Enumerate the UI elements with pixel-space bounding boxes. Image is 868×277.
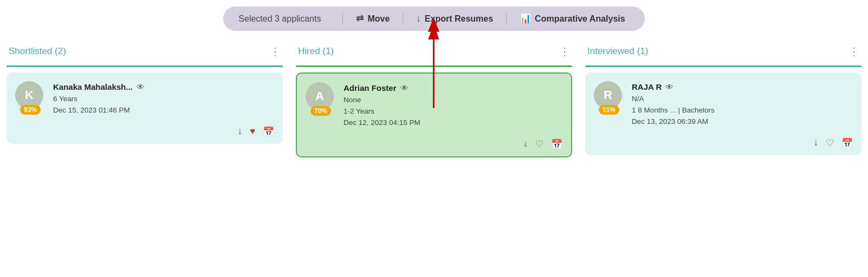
move-label: Move bbox=[367, 14, 390, 24]
card-detail-adrian: None 1-2 Years Dec 12, 2023 04:15 PM bbox=[344, 95, 562, 129]
column-line-interviewed bbox=[585, 65, 861, 67]
card-name-row-raja: RAJA R 👁 bbox=[632, 82, 853, 91]
column-title-shortlisted: Shortlisted (2) bbox=[9, 46, 66, 57]
favorite-icon-raja[interactable]: ♡ bbox=[826, 137, 834, 149]
column-menu-icon-hired[interactable]: ⋮ bbox=[559, 45, 570, 58]
export-resumes-button[interactable]: ↓ Export Resumes bbox=[412, 12, 497, 25]
column-hired: Hired (1) ⋮ A 70% Adrian Foster bbox=[289, 39, 579, 163]
avatar-wrap-adrian: A 70% bbox=[306, 82, 336, 110]
move-icon: ⇄ bbox=[356, 13, 364, 24]
analysis-label: Comparative Analysis bbox=[535, 14, 625, 24]
schedule-icon-adrian[interactable]: 📅 bbox=[551, 138, 562, 150]
card-kanaka: K 93% Kanaka Mahalaksh... 👁 6 Years Dec … bbox=[7, 72, 283, 144]
card-info-adrian: Adrian Foster 👁 None 1-2 Years Dec 12, 2… bbox=[344, 82, 562, 129]
card-name-row-kanaka: Kanaka Mahalaksh... 👁 bbox=[53, 82, 274, 91]
card-info-kanaka: Kanaka Mahalaksh... 👁 6 Years Dec 15, 20… bbox=[53, 81, 274, 116]
toolbar-divider-1 bbox=[342, 13, 343, 25]
column-header-hired: Hired (1) ⋮ bbox=[296, 39, 572, 63]
view-profile-icon-adrian[interactable]: 👁 bbox=[400, 83, 409, 93]
schedule-icon-raja[interactable]: 📅 bbox=[841, 137, 853, 149]
column-header-interviewed: Interviewed (1) ⋮ bbox=[585, 39, 861, 63]
view-profile-icon-kanaka[interactable]: 👁 bbox=[137, 82, 145, 91]
chart-icon: 📊 bbox=[520, 13, 531, 24]
move-button[interactable]: ⇄ Move bbox=[352, 12, 394, 25]
score-badge-raja: 51% bbox=[599, 105, 619, 115]
card-detail-raja: N/A 1 8 Months ... | Bachelors Dec 13, 2… bbox=[632, 94, 853, 128]
favorite-icon-kanaka[interactable]: ♥ bbox=[250, 126, 255, 137]
toolbar: Selected 3 applicants ⇄ Move ↓ Export Re… bbox=[223, 6, 644, 31]
column-header-shortlisted: Shortlisted (2) ⋮ bbox=[7, 39, 283, 63]
download-resume-icon-adrian[interactable]: ↓ bbox=[523, 138, 528, 150]
export-label: Export Resumes bbox=[425, 14, 493, 24]
column-interviewed: Interviewed (1) ⋮ R 51% RAJA R bbox=[579, 39, 868, 163]
card-actions-kanaka: ↓ ♥ 📅 bbox=[15, 122, 274, 137]
comparative-analysis-button[interactable]: 📊 Comparative Analysis bbox=[515, 12, 630, 25]
column-line-shortlisted bbox=[7, 65, 283, 67]
card-top-adrian: A 70% Adrian Foster 👁 None 1-2 Years Dec… bbox=[306, 82, 562, 129]
column-title-interviewed: Interviewed (1) bbox=[587, 46, 648, 57]
favorite-icon-adrian[interactable]: ♡ bbox=[535, 138, 543, 150]
toolbar-divider-3 bbox=[506, 13, 507, 25]
view-profile-icon-raja[interactable]: 👁 bbox=[665, 82, 673, 91]
selected-count-label: Selected 3 applicants bbox=[238, 14, 334, 24]
toolbar-divider-2 bbox=[403, 13, 403, 25]
download-icon: ↓ bbox=[416, 14, 421, 24]
card-name-kanaka: Kanaka Mahalaksh... bbox=[53, 82, 133, 91]
card-actions-raja: ↓ ♡ 📅 bbox=[594, 133, 853, 149]
avatar-wrap-kanaka: K 93% bbox=[15, 81, 46, 109]
card-info-raja: RAJA R 👁 N/A 1 8 Months ... | Bachelors … bbox=[632, 81, 853, 128]
card-detail-kanaka: 6 Years Dec 15, 2023 01:46 PM bbox=[53, 94, 274, 116]
card-top-raja: R 51% RAJA R 👁 N/A 1 8 Months ... | Bach… bbox=[594, 81, 853, 128]
score-badge-kanaka: 93% bbox=[20, 105, 41, 115]
column-title-hired: Hired (1) bbox=[298, 46, 334, 57]
schedule-icon-kanaka[interactable]: 📅 bbox=[263, 126, 274, 137]
download-resume-icon-raja[interactable]: ↓ bbox=[814, 137, 819, 149]
toolbar-wrapper: Selected 3 applicants ⇄ Move ↓ Export Re… bbox=[0, 0, 868, 39]
column-shortlisted: Shortlisted (2) ⋮ K 93% Kanaka Mahalaksh… bbox=[0, 39, 289, 163]
card-name-raja: RAJA R bbox=[632, 82, 662, 91]
card-name-adrian: Adrian Foster bbox=[344, 83, 397, 93]
avatar-wrap-raja: R 51% bbox=[594, 81, 624, 109]
card-actions-adrian: ↓ ♡ 📅 bbox=[306, 134, 562, 150]
kanban-board: Shortlisted (2) ⋮ K 93% Kanaka Mahalaksh… bbox=[0, 39, 868, 163]
card-name-row-adrian: Adrian Foster 👁 bbox=[344, 83, 562, 93]
score-badge-adrian: 70% bbox=[310, 106, 331, 116]
card-raja: R 51% RAJA R 👁 N/A 1 8 Months ... | Bach… bbox=[585, 72, 861, 155]
card-adrian: A 70% Adrian Foster 👁 None 1-2 Years Dec… bbox=[296, 72, 572, 157]
column-line-hired bbox=[296, 65, 572, 67]
card-top-kanaka: K 93% Kanaka Mahalaksh... 👁 6 Years Dec … bbox=[15, 81, 274, 116]
column-menu-icon-interviewed[interactable]: ⋮ bbox=[848, 45, 859, 58]
column-menu-icon-shortlisted[interactable]: ⋮ bbox=[270, 45, 281, 58]
download-resume-icon-kanaka[interactable]: ↓ bbox=[237, 126, 242, 137]
